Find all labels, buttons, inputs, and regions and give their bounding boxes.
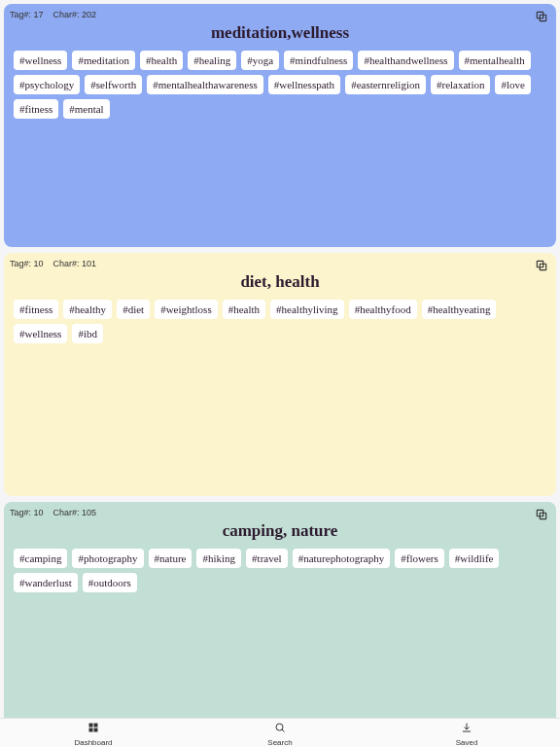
tag-list: #fitness#healthy#diet#weightloss#health#… bbox=[10, 300, 550, 343]
search-icon bbox=[274, 720, 286, 737]
nav-saved[interactable]: Saved bbox=[373, 719, 560, 747]
hashtag-chip[interactable]: #naturephotography bbox=[293, 549, 391, 568]
nav-dashboard[interactable]: Dashboard bbox=[0, 719, 187, 747]
char-count: Char#: 105 bbox=[53, 508, 97, 517]
hashtag-chip[interactable]: #selfworth bbox=[85, 75, 142, 94]
bottom-nav: Dashboard Search Saved bbox=[0, 718, 560, 747]
hashtag-chip[interactable]: #weightloss bbox=[155, 300, 218, 319]
tag-list: #camping#photography#nature#hiking#trave… bbox=[10, 549, 550, 592]
svg-point-10 bbox=[276, 724, 283, 730]
svg-line-11 bbox=[282, 729, 285, 732]
char-count: Char#: 101 bbox=[53, 259, 97, 268]
svg-rect-7 bbox=[94, 723, 98, 727]
hashtag-chip[interactable]: #ibd bbox=[72, 324, 103, 343]
hashtag-chip[interactable]: #diet bbox=[117, 300, 150, 319]
nav-search[interactable]: Search bbox=[187, 719, 373, 747]
hashtag-chip[interactable]: #travel bbox=[246, 549, 288, 568]
nav-label-search: Search bbox=[267, 738, 292, 747]
hashtag-chip[interactable]: #healthy bbox=[63, 300, 112, 319]
tag-list: #wellness#meditation#health#healing#yoga… bbox=[10, 51, 550, 119]
card-title: diet, health bbox=[10, 272, 550, 292]
hashtag-chip[interactable]: #relaxation bbox=[431, 75, 490, 94]
hashtag-chip[interactable]: #mindfulness bbox=[284, 51, 353, 70]
hashtag-chip[interactable]: #yoga bbox=[241, 51, 279, 70]
hashtag-chip[interactable]: #wanderlust bbox=[14, 573, 78, 592]
hashtag-chip[interactable]: #photography bbox=[72, 549, 143, 568]
hashtag-chip[interactable]: #wellness bbox=[14, 324, 67, 343]
dashboard-icon bbox=[88, 720, 99, 737]
hashtag-chip[interactable]: #camping bbox=[14, 549, 67, 568]
hashtag-chip[interactable]: #healthyfood bbox=[349, 300, 417, 319]
tag-count: Tag#: 10 bbox=[10, 259, 44, 268]
hashtag-chip[interactable]: #health bbox=[140, 51, 183, 70]
hashtag-chip[interactable]: #wellness bbox=[14, 51, 67, 70]
hashtag-chip[interactable]: #easternreligion bbox=[345, 75, 426, 94]
hashtag-chip[interactable]: #meditation bbox=[72, 51, 135, 70]
hashtag-chip[interactable]: #flowers bbox=[395, 549, 444, 568]
hashtag-chip[interactable]: #outdoors bbox=[83, 573, 137, 592]
copy-icon[interactable] bbox=[535, 259, 548, 272]
hashtag-chip[interactable]: #healthyeating bbox=[422, 300, 497, 319]
hashtag-chip[interactable]: #healthyliving bbox=[270, 300, 344, 319]
nav-label-saved: Saved bbox=[456, 738, 478, 747]
tag-card: Tag#: 10Char#: 105camping, nature#campin… bbox=[4, 502, 556, 718]
hashtag-chip[interactable]: #wildlife bbox=[449, 549, 500, 568]
card-title: meditation,wellness bbox=[10, 23, 550, 43]
hashtag-chip[interactable]: #hiking bbox=[196, 549, 241, 568]
hashtag-chip[interactable]: #healing bbox=[188, 51, 236, 70]
svg-rect-8 bbox=[89, 728, 93, 731]
hashtag-chip[interactable]: #wellnesspath bbox=[268, 75, 340, 94]
copy-icon[interactable] bbox=[535, 508, 548, 521]
hashtag-chip[interactable]: #fitness bbox=[14, 99, 58, 119]
hashtag-chip[interactable]: #love bbox=[495, 75, 530, 94]
copy-icon[interactable] bbox=[535, 10, 548, 23]
hashtag-chip[interactable]: #nature bbox=[149, 549, 192, 568]
hashtag-chip[interactable]: #psychology bbox=[14, 75, 80, 94]
hashtag-chip[interactable]: #fitness bbox=[14, 300, 58, 319]
hashtag-chip[interactable]: #mentalhealthawareness bbox=[147, 75, 263, 94]
hashtag-chip[interactable]: #healthandwellness bbox=[358, 51, 453, 70]
hashtag-chip[interactable]: #health bbox=[223, 300, 265, 319]
tag-card: Tag#: 10Char#: 101diet, health#fitness#h… bbox=[4, 253, 556, 496]
card-meta: Tag#: 10Char#: 101 bbox=[10, 259, 550, 268]
download-icon bbox=[461, 720, 472, 737]
svg-rect-9 bbox=[94, 728, 98, 731]
card-scroll-area[interactable]: Tag#: 17Char#: 202meditation,wellness#we… bbox=[0, 0, 560, 718]
card-meta: Tag#: 17Char#: 202 bbox=[10, 10, 550, 19]
tag-count: Tag#: 17 bbox=[10, 10, 44, 19]
svg-rect-6 bbox=[89, 723, 93, 727]
card-title: camping, nature bbox=[10, 521, 550, 541]
hashtag-chip[interactable]: #mental bbox=[63, 99, 109, 119]
card-meta: Tag#: 10Char#: 105 bbox=[10, 508, 550, 517]
nav-label-dashboard: Dashboard bbox=[74, 738, 112, 747]
hashtag-chip[interactable]: #mentalhealth bbox=[459, 51, 531, 70]
char-count: Char#: 202 bbox=[53, 10, 97, 19]
tag-card: Tag#: 17Char#: 202meditation,wellness#we… bbox=[4, 4, 556, 247]
tag-count: Tag#: 10 bbox=[10, 508, 44, 517]
